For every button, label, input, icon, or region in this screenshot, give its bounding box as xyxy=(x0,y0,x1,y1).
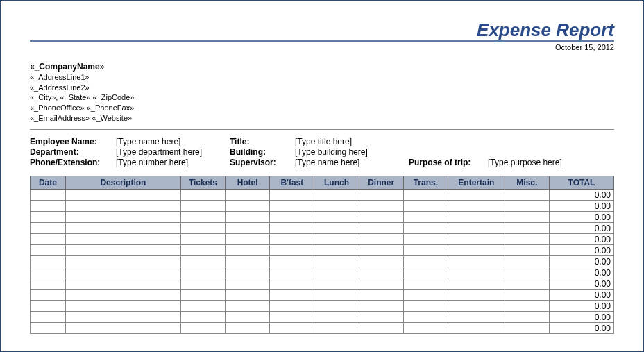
table-cell[interactable] xyxy=(403,223,448,234)
purpose-field[interactable]: [Type purpose here] xyxy=(488,158,614,167)
table-cell[interactable] xyxy=(226,301,270,312)
table-cell[interactable] xyxy=(31,245,66,256)
table-cell[interactable] xyxy=(180,245,225,256)
table-cell[interactable] xyxy=(403,323,448,334)
table-cell[interactable] xyxy=(270,212,314,223)
table-cell[interactable] xyxy=(65,301,180,312)
table-cell[interactable] xyxy=(403,312,448,323)
table-cell[interactable] xyxy=(448,245,505,256)
table-cell[interactable] xyxy=(270,245,314,256)
table-cell[interactable] xyxy=(505,278,549,290)
table-cell[interactable] xyxy=(31,201,66,212)
table-cell[interactable] xyxy=(505,245,549,256)
table-cell[interactable] xyxy=(180,278,225,290)
table-cell[interactable] xyxy=(226,234,270,245)
table-cell[interactable] xyxy=(65,290,180,301)
table-cell[interactable] xyxy=(31,234,66,245)
table-cell[interactable] xyxy=(31,256,66,267)
table-cell[interactable] xyxy=(31,190,66,201)
table-cell[interactable] xyxy=(359,245,403,256)
table-cell[interactable] xyxy=(270,201,314,212)
table-cell[interactable] xyxy=(505,267,549,278)
table-cell[interactable] xyxy=(359,323,403,334)
table-cell[interactable] xyxy=(448,234,505,245)
phone-field[interactable]: [Type number here] xyxy=(116,158,227,167)
table-cell[interactable] xyxy=(270,267,314,278)
table-cell[interactable] xyxy=(448,312,505,323)
table-cell[interactable] xyxy=(65,234,180,245)
table-cell[interactable] xyxy=(270,323,314,334)
table-cell[interactable] xyxy=(448,301,505,312)
table-cell[interactable] xyxy=(65,256,180,267)
title-field[interactable]: [Type title here] xyxy=(295,137,406,146)
table-cell[interactable] xyxy=(226,312,270,323)
table-cell[interactable] xyxy=(505,301,549,312)
table-cell[interactable] xyxy=(314,323,359,334)
table-cell[interactable] xyxy=(505,290,549,301)
table-cell[interactable] xyxy=(505,234,549,245)
table-cell[interactable] xyxy=(270,234,314,245)
table-cell[interactable] xyxy=(226,190,270,201)
table-cell[interactable] xyxy=(448,323,505,334)
table-cell[interactable] xyxy=(314,201,359,212)
table-cell[interactable] xyxy=(270,190,314,201)
table-cell[interactable] xyxy=(359,290,403,301)
table-cell[interactable] xyxy=(270,223,314,234)
table-cell[interactable] xyxy=(359,234,403,245)
table-cell[interactable] xyxy=(65,312,180,323)
table-cell[interactable] xyxy=(180,290,225,301)
department-field[interactable]: [Type department here] xyxy=(116,147,227,157)
table-cell[interactable] xyxy=(448,223,505,234)
table-cell[interactable] xyxy=(65,223,180,234)
table-cell[interactable] xyxy=(180,312,225,323)
table-cell[interactable] xyxy=(505,312,549,323)
table-cell[interactable] xyxy=(448,256,505,267)
table-cell[interactable] xyxy=(226,245,270,256)
table-cell[interactable] xyxy=(359,278,403,290)
table-cell[interactable] xyxy=(314,267,359,278)
table-cell[interactable] xyxy=(314,234,359,245)
table-cell[interactable] xyxy=(270,256,314,267)
table-cell[interactable] xyxy=(448,212,505,223)
table-cell[interactable] xyxy=(505,223,549,234)
table-cell[interactable] xyxy=(403,234,448,245)
table-cell[interactable] xyxy=(180,301,225,312)
table-cell[interactable] xyxy=(180,190,225,201)
table-cell[interactable] xyxy=(505,212,549,223)
table-cell[interactable] xyxy=(403,267,448,278)
table-cell[interactable] xyxy=(403,201,448,212)
table-cell[interactable] xyxy=(403,245,448,256)
table-cell[interactable] xyxy=(31,223,66,234)
table-cell[interactable] xyxy=(180,256,225,267)
table-cell[interactable] xyxy=(314,245,359,256)
table-cell[interactable] xyxy=(359,190,403,201)
table-cell[interactable] xyxy=(31,312,66,323)
table-cell[interactable] xyxy=(180,212,225,223)
table-cell[interactable] xyxy=(65,190,180,201)
table-cell[interactable] xyxy=(226,290,270,301)
table-cell[interactable] xyxy=(226,323,270,334)
table-cell[interactable] xyxy=(448,290,505,301)
table-cell[interactable] xyxy=(359,201,403,212)
table-cell[interactable] xyxy=(180,323,225,334)
table-cell[interactable] xyxy=(226,223,270,234)
employee-name-field[interactable]: [Type name here] xyxy=(116,137,227,146)
table-cell[interactable] xyxy=(403,256,448,267)
table-cell[interactable] xyxy=(359,301,403,312)
table-cell[interactable] xyxy=(31,278,66,290)
table-cell[interactable] xyxy=(359,223,403,234)
table-cell[interactable] xyxy=(314,256,359,267)
table-cell[interactable] xyxy=(226,267,270,278)
table-cell[interactable] xyxy=(314,278,359,290)
table-cell[interactable] xyxy=(359,212,403,223)
table-cell[interactable] xyxy=(180,267,225,278)
table-cell[interactable] xyxy=(31,290,66,301)
table-cell[interactable] xyxy=(180,201,225,212)
table-cell[interactable] xyxy=(180,234,225,245)
table-cell[interactable] xyxy=(31,301,66,312)
table-cell[interactable] xyxy=(403,301,448,312)
table-cell[interactable] xyxy=(65,212,180,223)
table-cell[interactable] xyxy=(505,190,549,201)
table-cell[interactable] xyxy=(314,190,359,201)
table-cell[interactable] xyxy=(448,201,505,212)
